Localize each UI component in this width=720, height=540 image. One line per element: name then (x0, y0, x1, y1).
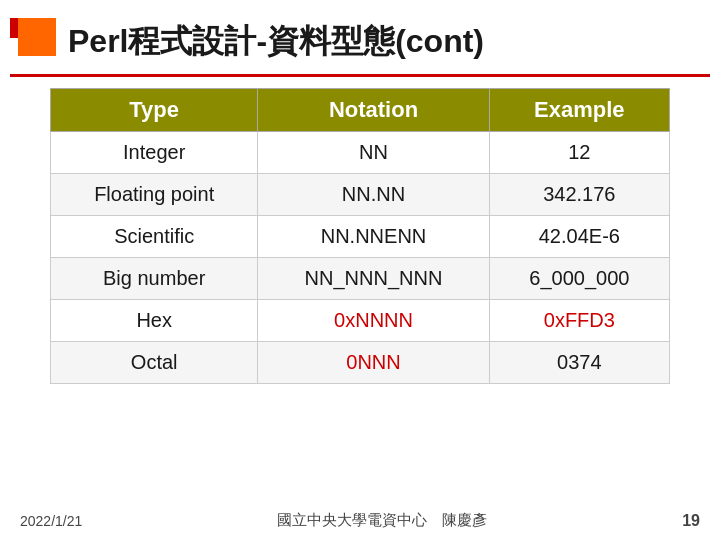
table-row: IntegerNN12 (51, 132, 670, 174)
footer: 2022/1/21 國立中央大學電資中心 陳慶彥 19 (20, 511, 700, 530)
cell-notation: 0NNN (258, 342, 489, 384)
cell-type: Hex (51, 300, 258, 342)
table-row: Hex0xNNNN0xFFD3 (51, 300, 670, 342)
title-rule (10, 74, 710, 77)
col-header-notation: Notation (258, 89, 489, 132)
footer-center: 國立中央大學電資中心 陳慶彥 (82, 511, 682, 530)
cell-type: Integer (51, 132, 258, 174)
cell-type: Scientific (51, 216, 258, 258)
table-row: Octal0NNN0374 (51, 342, 670, 384)
cell-notation: NN_NNN_NNN (258, 258, 489, 300)
title-bar: Perl程式設計-資料型態(cont) (68, 14, 700, 70)
cell-example: 42.04E-6 (489, 216, 669, 258)
data-table: Type Notation Example IntegerNN12Floatin… (50, 88, 670, 384)
cell-notation: NN.NN (258, 174, 489, 216)
cell-example: 6_000_000 (489, 258, 669, 300)
cell-notation: 0xNNNN (258, 300, 489, 342)
cell-type: Floating point (51, 174, 258, 216)
table-row: ScientificNN.NNENN42.04E-6 (51, 216, 670, 258)
slide-title: Perl程式設計-資料型態(cont) (68, 20, 484, 64)
cell-example: 342.176 (489, 174, 669, 216)
cell-example: 0xFFD3 (489, 300, 669, 342)
cell-type: Octal (51, 342, 258, 384)
cell-notation: NN (258, 132, 489, 174)
table-row: Floating pointNN.NN342.176 (51, 174, 670, 216)
table-container: Type Notation Example IntegerNN12Floatin… (50, 88, 670, 384)
footer-date: 2022/1/21 (20, 513, 82, 529)
footer-page-number: 19 (682, 512, 700, 530)
deco-orange-block (18, 18, 56, 56)
col-header-example: Example (489, 89, 669, 132)
slide: Perl程式設計-資料型態(cont) Type Notation Exampl… (0, 0, 720, 540)
cell-type: Big number (51, 258, 258, 300)
cell-example: 0374 (489, 342, 669, 384)
table-row: Big numberNN_NNN_NNN6_000_000 (51, 258, 670, 300)
col-header-type: Type (51, 89, 258, 132)
cell-example: 12 (489, 132, 669, 174)
cell-notation: NN.NNENN (258, 216, 489, 258)
